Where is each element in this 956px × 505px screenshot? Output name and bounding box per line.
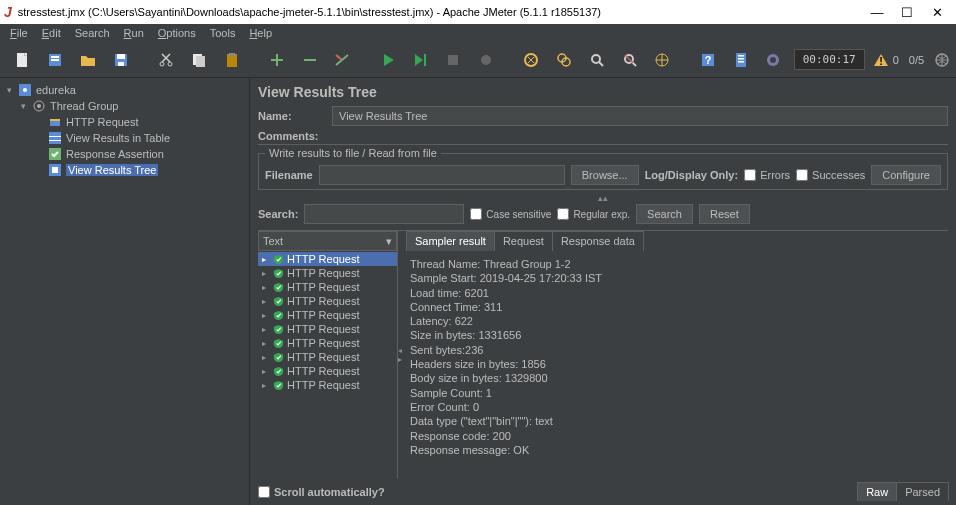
svg-rect-15 [271, 59, 283, 61]
open-icon[interactable] [74, 45, 103, 75]
svg-rect-16 [304, 59, 316, 61]
logdisplay-label: Log/Display Only: [645, 169, 739, 181]
warning-icon[interactable]: ! [873, 52, 889, 68]
svg-rect-31 [738, 55, 744, 57]
copy-icon[interactable] [184, 45, 213, 75]
configure-button[interactable]: Configure [871, 165, 941, 185]
paste-icon[interactable] [217, 45, 246, 75]
reset-button[interactable]: Reset [699, 204, 750, 224]
globe-icon[interactable] [934, 52, 950, 68]
svg-text:?: ? [704, 54, 711, 66]
warning-count: 0 [893, 54, 899, 66]
menu-options[interactable]: Options [152, 26, 202, 40]
svg-rect-32 [738, 58, 744, 60]
templates2-icon[interactable] [726, 45, 755, 75]
svg-rect-33 [738, 61, 744, 63]
collapser-handle[interactable]: ▴▴ [258, 194, 948, 204]
svg-rect-45 [49, 132, 61, 144]
result-item[interactable]: ▸HTTP Request [258, 252, 397, 266]
tree-node-threadgroup[interactable]: ▾ Thread Group [0, 98, 249, 114]
tab-request[interactable]: Request [494, 231, 553, 251]
filename-label: Filename [265, 169, 313, 181]
toggle-icon[interactable] [328, 45, 357, 75]
tree-node-view-results-table[interactable]: View Results in Table [0, 130, 249, 146]
start-no-timers-icon[interactable] [406, 45, 435, 75]
results-list: ▸HTTP Request▸HTTP Request▸HTTP Request▸… [258, 252, 397, 478]
svg-rect-3 [51, 56, 59, 58]
svg-rect-19 [424, 54, 426, 66]
help-icon[interactable]: ? [693, 45, 722, 75]
app-icon: J [4, 4, 12, 20]
result-item[interactable]: ▸HTTP Request [258, 350, 397, 364]
test-plan-tree: ▾ edureka ▾ Thread Group HTTP Request Vi… [0, 78, 250, 505]
stop-icon[interactable] [439, 45, 468, 75]
menu-run[interactable]: Run [118, 26, 150, 40]
svg-point-25 [592, 55, 600, 63]
result-item[interactable]: ▸HTTP Request [258, 336, 397, 350]
save-icon[interactable] [106, 45, 135, 75]
start-icon[interactable] [373, 45, 402, 75]
result-item[interactable]: ▸HTTP Request [258, 280, 397, 294]
expand-icon[interactable] [262, 45, 291, 75]
svg-rect-11 [196, 56, 205, 67]
browse-button[interactable]: Browse... [571, 165, 639, 185]
run-gc-icon[interactable] [759, 45, 788, 75]
reset-search-icon[interactable] [615, 45, 644, 75]
svg-rect-7 [118, 62, 124, 66]
svg-rect-50 [52, 167, 58, 173]
sampler-result-body: Thread Name: Thread Group 1-2 Sample Sta… [406, 251, 948, 478]
filename-field[interactable] [319, 165, 565, 185]
minimize-button[interactable]: — [862, 5, 892, 20]
collapse-icon[interactable] [295, 45, 324, 75]
svg-point-35 [770, 57, 776, 63]
menu-edit[interactable]: Edit [36, 26, 67, 40]
function-icon[interactable] [648, 45, 677, 75]
errors-checkbox[interactable]: Errors [744, 169, 790, 181]
close-button[interactable]: ✕ [922, 5, 952, 20]
result-item[interactable]: ▸HTTP Request [258, 266, 397, 280]
thread-count: 0/5 [909, 54, 924, 66]
templates-icon[interactable] [41, 45, 70, 75]
menu-search[interactable]: Search [69, 26, 116, 40]
svg-rect-6 [117, 54, 125, 59]
new-icon[interactable] [8, 45, 37, 75]
main-area: ▾ edureka ▾ Thread Group HTTP Request Vi… [0, 78, 956, 505]
results-area: Text▾ ▸HTTP Request▸HTTP Request▸HTTP Re… [258, 230, 948, 478]
fieldset-legend: Write results to file / Read from file [265, 147, 441, 159]
result-item[interactable]: ▸HTTP Request [258, 364, 397, 378]
search-tool-icon[interactable] [583, 45, 612, 75]
clear-all-icon[interactable] [550, 45, 579, 75]
shutdown-icon[interactable] [472, 45, 501, 75]
regex-checkbox[interactable]: Regular exp. [557, 208, 630, 220]
splitter-handle[interactable]: ◂▸ [398, 231, 402, 478]
tree-node-http-request[interactable]: HTTP Request [0, 114, 249, 130]
menu-tools[interactable]: Tools [204, 26, 242, 40]
tree-node-view-results-tree[interactable]: View Results Tree [0, 162, 249, 178]
search-field[interactable] [304, 204, 464, 224]
clear-icon[interactable] [517, 45, 546, 75]
result-item[interactable]: ▸HTTP Request [258, 294, 397, 308]
tree-node-testplan[interactable]: ▾ edureka [0, 82, 249, 98]
name-field[interactable] [332, 106, 948, 126]
menu-help[interactable]: Help [243, 26, 278, 40]
cut-icon[interactable] [152, 45, 181, 75]
successes-checkbox[interactable]: Successes [796, 169, 865, 181]
scroll-auto-checkbox[interactable]: Scroll automatically? [258, 486, 385, 498]
result-item[interactable]: ▸HTTP Request [258, 378, 397, 392]
search-button[interactable]: Search [636, 204, 693, 224]
result-item[interactable]: ▸HTTP Request [258, 322, 397, 336]
case-sensitive-checkbox[interactable]: Case sensitive [470, 208, 551, 220]
result-item[interactable]: ▸HTTP Request [258, 308, 397, 322]
tree-node-response-assertion[interactable]: Response Assertion [0, 146, 249, 162]
svg-rect-20 [448, 55, 458, 65]
svg-point-40 [23, 88, 27, 92]
tab-parsed[interactable]: Parsed [896, 482, 949, 501]
svg-rect-47 [49, 140, 61, 141]
menu-file[interactable]: File [4, 26, 34, 40]
maximize-button[interactable]: ☐ [892, 5, 922, 20]
svg-marker-17 [384, 54, 394, 66]
tab-raw[interactable]: Raw [857, 482, 897, 501]
tab-response-data[interactable]: Response data [552, 231, 644, 251]
renderer-dropdown[interactable]: Text▾ [258, 231, 397, 251]
tab-sampler-result[interactable]: Sampler result [406, 231, 495, 251]
